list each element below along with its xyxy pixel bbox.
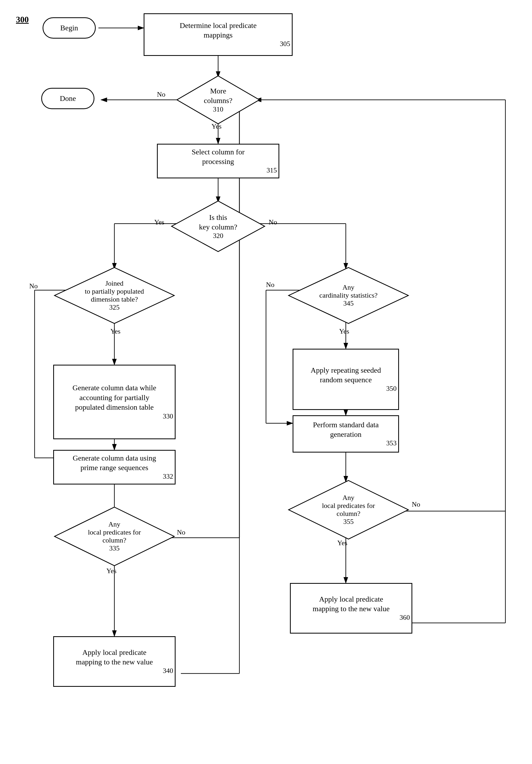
joined-no-label: No: [29, 282, 38, 290]
local-335-no-label: No: [177, 528, 186, 536]
joined-partial-node: Joinedto partially populateddimension ta…: [53, 266, 176, 325]
any-cardinality-node: Anycardinality statistics? 345: [287, 266, 410, 325]
flowchart-container: 300 Begin Determine local predicatemappi…: [0, 0, 532, 764]
local-335-yes-label: Yes: [106, 567, 116, 575]
more-columns-label: Morecolumns?: [204, 87, 232, 104]
is-key-yes-label: Yes: [154, 218, 164, 226]
more-col-yes-label: Yes: [211, 122, 221, 130]
apply-local-360-num: 360: [400, 614, 412, 622]
joined-num: 325: [109, 303, 119, 311]
perform-standard-node: Perform standard datageneration 353: [293, 415, 399, 453]
begin-node: Begin: [43, 17, 96, 39]
local-355-no-label: No: [412, 500, 420, 508]
apply-repeating-node: Apply repeating seededrandom sequence 35…: [293, 349, 399, 410]
generate-partial-label: Generate column data whileaccounting for…: [72, 383, 156, 412]
is-key-num: 320: [213, 232, 223, 240]
is-key-label: Is thiskey column?: [199, 213, 237, 231]
select-column-label: Select column forprocessing: [192, 147, 244, 167]
generate-prime-node: Generate column data usingprime range se…: [53, 450, 176, 484]
generate-prime-num: 332: [163, 473, 175, 481]
is-key-node: Is thiskey column? 320: [170, 200, 266, 253]
select-column-num: 315: [267, 166, 279, 175]
begin-label: Begin: [61, 23, 78, 33]
done-node: Done: [41, 88, 94, 109]
apply-local-340-num: 340: [163, 667, 175, 675]
generate-prime-label: Generate column data usingprime range se…: [72, 453, 156, 473]
cardinality-no-label: No: [266, 281, 275, 289]
generate-partial-num: 330: [163, 412, 175, 421]
apply-repeating-label: Apply repeating seededrandom sequence: [311, 365, 381, 385]
more-columns-node: Morecolumns? 310: [176, 75, 261, 125]
apply-local-360-label: Apply local predicatemapping to the new …: [313, 594, 389, 614]
perform-standard-label: Perform standard datageneration: [313, 420, 378, 440]
joined-yes-label: Yes: [110, 327, 120, 335]
determine-label: Determine local predicatemappings: [180, 21, 256, 40]
cardinality-yes-label: Yes: [339, 327, 349, 335]
apply-repeating-num: 350: [386, 385, 398, 393]
determine-num: 305: [280, 40, 292, 49]
any-local-355-node: Anylocal predicates forcolumn? 355: [287, 479, 410, 540]
is-key-no-label: No: [269, 218, 277, 226]
any-local-335-label: Anylocal predicates forcolumn?: [88, 520, 141, 544]
generate-partial-node: Generate column data whileaccounting for…: [53, 365, 176, 439]
select-column-node: Select column forprocessing 315: [157, 144, 279, 178]
apply-local-360-node: Apply local predicatemapping to the new …: [290, 583, 412, 634]
diagram-number: 300: [16, 15, 29, 25]
more-col-no-label: No: [157, 91, 166, 98]
any-local-355-label: Anylocal predicates forcolumn?: [322, 494, 375, 517]
any-local-355-num: 355: [343, 518, 353, 525]
perform-standard-num: 353: [386, 439, 398, 448]
apply-local-340-label: Apply local predicatemapping to the new …: [76, 648, 153, 667]
cardinality-num: 345: [343, 299, 353, 307]
done-label: Done: [60, 94, 76, 103]
any-local-335-node: Anylocal predicates forcolumn? 335: [53, 506, 176, 567]
joined-label: Joinedto partially populateddimension ta…: [85, 280, 144, 303]
determine-node: Determine local predicatemappings 305: [144, 13, 293, 56]
cardinality-label: Anycardinality statistics?: [320, 284, 378, 299]
more-columns-num: 310: [213, 105, 223, 113]
local-355-yes-label: Yes: [337, 539, 347, 547]
any-local-335-num: 335: [109, 544, 119, 552]
apply-local-340-node: Apply local predicatemapping to the new …: [53, 636, 176, 687]
